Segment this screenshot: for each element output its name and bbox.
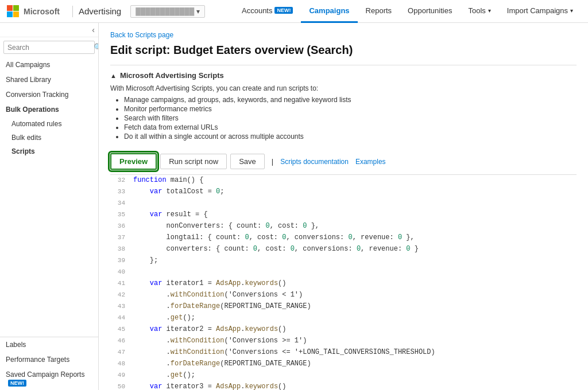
tools-chevron-icon: ▾ [488,7,491,14]
sidebar-header-bulk-operations: Bulk Operations [0,102,98,117]
line-content: .get(); [131,313,577,323]
script-toolbar: Preview Run script now Save | Scripts do… [110,149,577,175]
account-name: ████████████ [136,7,194,15]
scripts-bullet-list: Manage campaigns, ad groups, ads, keywor… [110,96,577,141]
logo-sq-blue [7,11,13,17]
search-box[interactable]: 🔍 [3,41,95,54]
code-line: 47 .withCondition('Conversions <= '+LONG… [110,347,577,358]
line-number: 35 [110,209,131,220]
page-title: Edit script: Budget Eaters overview (Sea… [110,44,577,57]
nav-links: Accounts NEW! Campaigns Reports Opportun… [234,0,581,23]
line-content: var result = { [131,209,577,220]
toolbar-separator: | [272,157,273,166]
examples-link[interactable]: Examples [355,158,386,166]
code-line: 42 .withCondition('Conversions < 1') [110,290,577,301]
line-content: var iterator3 = AdsApp.keywords() [131,381,577,390]
line-content: }; [131,255,577,266]
nav-import-campaigns[interactable]: Import Campaigns ▾ [499,0,581,23]
scripts-docs-link[interactable]: Scripts documentation [280,158,349,166]
code-line: 39 }; [110,255,577,267]
line-number: 42 [110,290,131,300]
sidebar-bottom: Labels Performance Targets Saved Campaig… [0,337,98,390]
run-script-button[interactable]: Run script now [160,154,227,169]
accounts-new-badge: NEW! [274,7,293,14]
line-content: nonConverters: { count: 0, cost: 0 }, [131,221,577,231]
sidebar-toggle-area: ‹ [0,23,98,37]
code-line: 36 nonConverters: { count: 0, cost: 0 }, [110,221,577,232]
sidebar-item-automated-rules[interactable]: Automated rules [0,117,98,131]
code-line: 41 var iterator1 = AdsApp.keywords() [110,278,577,290]
line-number: 34 [110,198,131,208]
scripts-bullet-1: Monitor performance metrics [124,105,577,113]
nav-campaigns[interactable]: Campaigns [301,0,357,23]
line-content: var totalCost = 0; [131,186,577,197]
breadcrumb[interactable]: Back to Scripts page [110,31,577,39]
line-number: 37 [110,232,131,243]
code-line: 48 .forDateRange(REPORTING_DATE_RANGE) [110,358,577,370]
sidebar-item-bulk-edits[interactable]: Bulk edits [0,131,98,145]
code-line: 45 var iterator2 = AdsApp.keywords() [110,324,577,336]
line-number: 32 [110,175,131,185]
scripts-bullet-4: Do it all within a single account or acr… [124,132,577,141]
microsoft-logo: Microsoft [7,5,60,17]
line-number: 40 [110,267,131,277]
account-chevron-icon: ▾ [196,7,200,15]
sidebar-item-conversion-tracking[interactable]: Conversion Tracking [0,87,98,102]
line-number: 38 [110,244,131,254]
logo-sq-red [7,5,13,11]
scripts-bullet-2: Search with filters [124,114,577,122]
logo-sq-yellow [13,11,19,17]
sidebar-item-scripts[interactable]: Scripts [0,145,98,158]
collapse-icon: ▲ [110,72,117,79]
scripts-description: With Microsoft Advertising Scripts, you … [110,84,577,92]
sidebar-item-performance-targets[interactable]: Performance Targets [0,352,98,367]
preview-button[interactable]: Preview [110,153,157,170]
line-number: 47 [110,347,131,357]
top-navigation: Microsoft Advertising ████████████ ▾ Acc… [0,0,588,23]
line-number: 46 [110,336,131,346]
code-line: 33 var totalCost = 0; [110,186,577,198]
line-number: 41 [110,278,131,288]
code-line: 49 .get(); [110,370,577,381]
scripts-section-header[interactable]: ▲ Microsoft Advertising Scripts [110,71,577,80]
nav-accounts[interactable]: Accounts NEW! [234,0,301,23]
account-selector[interactable]: ████████████ ▾ [130,5,205,18]
code-line: 32function main() { [110,175,577,186]
code-line: 43 .forDateRange(REPORTING_DATE_RANGE) [110,301,577,313]
sidebar-item-all-campaigns[interactable]: All Campaigns [0,57,98,72]
sidebar: ‹ 🔍 All Campaigns Shared Library Convers… [0,23,99,390]
search-input[interactable] [7,44,94,52]
code-line: 34 [110,198,577,209]
nav-divider-1 [72,6,73,17]
line-content: .withCondition('Conversions >= 1') [131,336,577,346]
microsoft-text: Microsoft [24,7,60,16]
sidebar-collapse-button[interactable]: ‹ [92,25,95,34]
nav-reports[interactable]: Reports [358,0,400,23]
code-line: 37 longtail: { count: 0, cost: 0, conver… [110,232,577,244]
nav-tools[interactable]: Tools ▾ [460,0,498,23]
nav-opportunities[interactable]: Opportunities [400,0,460,23]
import-chevron-icon: ▾ [570,7,573,14]
main-content: Back to Scripts page Edit script: Budget… [99,23,588,390]
sidebar-item-labels[interactable]: Labels [0,337,98,352]
scripts-bullet-0: Manage campaigns, ad groups, ads, keywor… [124,96,577,104]
code-line: 40 [110,267,577,278]
code-line: 46 .withCondition('Conversions >= 1') [110,336,577,347]
line-content: .withCondition('Conversions < 1') [131,290,577,300]
logo-squares [7,5,19,17]
scripts-bullet-3: Fetch data from external URLs [124,123,577,131]
code-editor[interactable]: 32function main() {33 var totalCost = 0;… [110,175,577,390]
sidebar-item-saved-reports[interactable]: Saved Campaign Reports NEW! [0,367,98,390]
search-icon[interactable]: 🔍 [94,43,99,52]
line-content: var iterator1 = AdsApp.keywords() [131,278,577,288]
code-line: 50 var iterator3 = AdsApp.keywords() [110,381,577,390]
line-number: 48 [110,358,131,369]
line-number: 45 [110,324,131,334]
sidebar-item-shared-library[interactable]: Shared Library [0,72,98,87]
line-number: 49 [110,370,131,380]
line-number: 43 [110,301,131,311]
line-content: .forDateRange(REPORTING_DATE_RANGE) [131,301,577,311]
save-button[interactable]: Save [230,154,265,169]
line-number: 33 [110,186,131,197]
code-line: 35 var result = { [110,209,577,221]
